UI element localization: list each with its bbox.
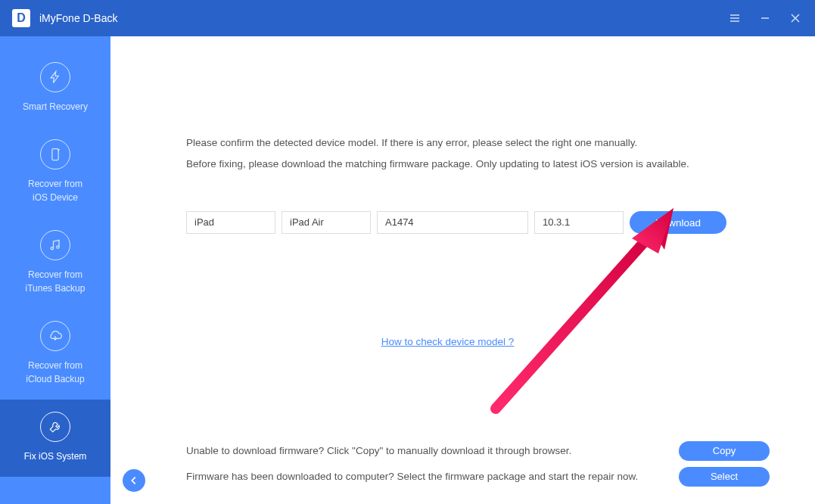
unable-download-text: Unable to download firmware? Click "Copy…: [186, 441, 679, 461]
svg-rect-0: [52, 149, 58, 160]
sidebar-item-label: Smart Recovery: [23, 100, 88, 114]
sidebar-item-smart-recovery[interactable]: Smart Recovery: [0, 50, 110, 127]
instructions: Please confirm the detected device model…: [186, 133, 770, 173]
device-number-select[interactable]: A1474: [377, 211, 528, 234]
firmware-downloaded-text: Firmware has been downloaded to computer…: [186, 467, 679, 487]
ios-version-select[interactable]: 10.3.1: [534, 211, 624, 234]
phone-icon: [40, 139, 70, 170]
window-controls: [727, 11, 803, 26]
sidebar: Smart Recovery Recover from iOS Device R…: [0, 36, 110, 504]
sidebar-item-recover-itunes[interactable]: Recover from iTunes Backup: [0, 218, 110, 309]
wrench-icon: [40, 412, 70, 442]
cloud-icon: [40, 321, 70, 351]
device-model-select[interactable]: iPad Air: [282, 211, 371, 234]
svg-point-2: [57, 246, 59, 248]
device-type-select[interactable]: iPad: [186, 211, 275, 234]
close-icon[interactable]: [788, 11, 803, 26]
instruction-line: Before fixing, please download the match…: [186, 154, 770, 174]
sidebar-item-label: Recover from iTunes Backup: [26, 268, 86, 295]
device-form-row: iPad iPad Air A1474 10.3.1 Download: [186, 211, 770, 234]
help-link[interactable]: How to check device model ?: [186, 332, 709, 352]
minimize-icon[interactable]: [757, 11, 773, 26]
app-logo: D: [12, 9, 30, 27]
select-button[interactable]: Select: [679, 467, 770, 487]
svg-point-1: [51, 247, 53, 250]
sidebar-item-label: Fix iOS System: [24, 450, 87, 463]
main-panel: Please confirm the detected device model…: [110, 36, 815, 504]
sidebar-item-label: Recover from iCloud Backup: [26, 359, 84, 386]
titlebar: D iMyFone D-Back: [0, 0, 815, 36]
lightning-icon: [40, 62, 70, 92]
download-button[interactable]: Download: [630, 211, 726, 234]
back-button[interactable]: [123, 469, 145, 492]
sidebar-item-fix-ios[interactable]: Fix iOS System: [0, 400, 110, 477]
sidebar-item-label: Recover from iOS Device: [28, 177, 82, 204]
copy-button[interactable]: Copy: [679, 441, 770, 461]
instruction-line: Please confirm the detected device model…: [186, 133, 770, 153]
menu-icon[interactable]: [727, 11, 742, 26]
sidebar-item-recover-icloud[interactable]: Recover from iCloud Backup: [0, 309, 110, 400]
music-note-icon: [40, 230, 70, 260]
sidebar-item-recover-ios-device[interactable]: Recover from iOS Device: [0, 127, 110, 218]
app-title: iMyFone D-Back: [39, 12, 727, 24]
